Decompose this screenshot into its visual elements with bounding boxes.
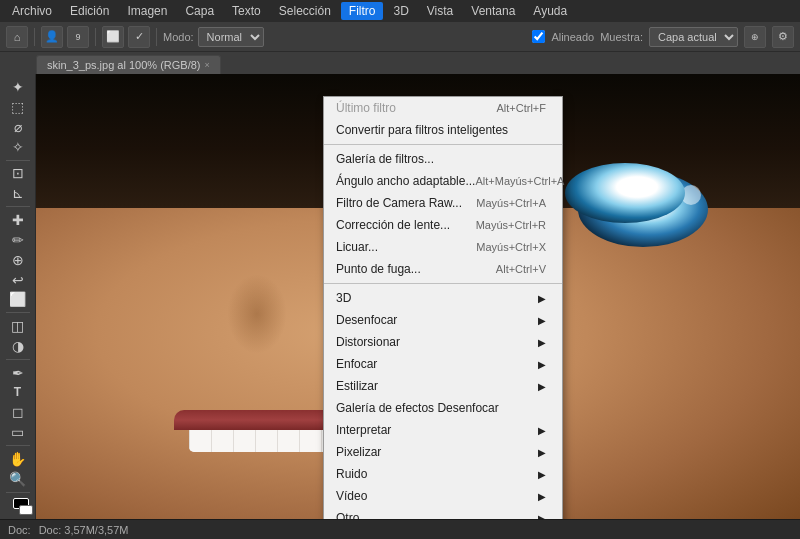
correccion-shortcut: Mayús+Ctrl+R (476, 219, 546, 231)
settings-btn[interactable]: ⚙ (772, 26, 794, 48)
alineado-checkbox[interactable] (532, 30, 545, 43)
heal-tool[interactable]: ✚ (4, 211, 32, 229)
document-tab[interactable]: skin_3_ps.jpg al 100% (RGB/8) × (36, 55, 221, 74)
home-btn[interactable]: ⌂ (6, 26, 28, 48)
menu-ventana[interactable]: Ventana (463, 2, 523, 20)
select-tool[interactable]: ⬚ (4, 98, 32, 116)
menu-filtro[interactable]: Filtro (341, 2, 384, 20)
canvas-area: Último filtro Alt+Ctrl+F Convertir para … (36, 74, 800, 519)
punto-fuga-shortcut: Alt+Ctrl+V (496, 263, 546, 275)
video-label: Vídeo (336, 489, 367, 503)
status-doc-size: Doc: 3,57M/3,57M (39, 524, 129, 536)
menu-capa[interactable]: Capa (177, 2, 222, 20)
tab-label: skin_3_ps.jpg al 100% (RGB/8) (47, 59, 200, 71)
tab-close[interactable]: × (204, 60, 209, 70)
menu-distorsionar[interactable]: Distorsionar ▶ (324, 331, 562, 353)
menu-texto[interactable]: Texto (224, 2, 269, 20)
menu-vista[interactable]: Vista (419, 2, 461, 20)
desenfocar-arrow: ▶ (538, 315, 546, 326)
menu-camera-raw[interactable]: Filtro de Camera Raw... Mayús+Ctrl+A (324, 192, 562, 214)
enfocar-label: Enfocar (336, 357, 377, 371)
licuar-label: Licuar... (336, 240, 378, 254)
ultimo-filtro-label: Último filtro (336, 101, 396, 115)
clone-tool[interactable]: ⊕ (4, 251, 32, 269)
menu-pixelizar[interactable]: Pixelizar ▶ (324, 441, 562, 463)
muestra-label: Muestra: (600, 31, 643, 43)
menu-galeria-efectos[interactable]: Galería de efectos Desenfocar (324, 397, 562, 419)
menu-desenfocar[interactable]: Desenfocar ▶ (324, 309, 562, 331)
menu-convertir[interactable]: Convertir para filtros inteligentes (324, 119, 562, 141)
menu-ultimo-filtro[interactable]: Último filtro Alt+Ctrl+F (324, 97, 562, 119)
pixelizar-label: Pixelizar (336, 445, 381, 459)
eyedropper-tool[interactable]: ⊾ (4, 184, 32, 202)
crop-tool[interactable]: ⊡ (4, 164, 32, 182)
menu-otro[interactable]: Otro ▶ (324, 507, 562, 519)
status-doc-label: Doc: (8, 524, 31, 536)
video-arrow: ▶ (538, 491, 546, 502)
history-brush-tool[interactable]: ↩ (4, 271, 32, 289)
main-area: ✦ ⬚ ⌀ ✧ ⊡ ⊾ ✚ ✏ ⊕ ↩ ⬜ ◫ ◑ ✒ T ◻ ▭ ✋ 🔍 (0, 74, 800, 519)
menu-estilizar[interactable]: Estilizar ▶ (324, 375, 562, 397)
menu-sep-2 (324, 283, 562, 284)
enfocar-arrow: ▶ (538, 359, 546, 370)
type-tool[interactable]: T (4, 383, 32, 401)
zoom-tool[interactable]: 🔍 (4, 470, 32, 488)
lasso-tool[interactable]: ⌀ (4, 118, 32, 136)
mode-select[interactable]: Normal (198, 27, 264, 47)
ruido-arrow: ▶ (538, 469, 546, 480)
eraser-tool[interactable]: ⬜ (4, 291, 32, 309)
menu-3d[interactable]: 3D (385, 2, 416, 20)
menu-edicion[interactable]: Edición (62, 2, 117, 20)
dodge-tool[interactable]: ◑ (4, 337, 32, 355)
menu-licuar[interactable]: Licuar... Mayús+Ctrl+X (324, 236, 562, 258)
shape-tool[interactable]: ▭ (4, 423, 32, 441)
tool-sep-1 (6, 160, 30, 161)
menu-interpretar[interactable]: Interpretar ▶ (324, 419, 562, 441)
path-tool[interactable]: ◻ (4, 403, 32, 421)
menu-seleccion[interactable]: Selección (271, 2, 339, 20)
convertir-label: Convertir para filtros inteligentes (336, 123, 508, 137)
estilizar-label: Estilizar (336, 379, 378, 393)
pen-tool[interactable]: ✒ (4, 364, 32, 382)
menu-ruido[interactable]: Ruido ▶ (324, 463, 562, 485)
menu-sep-1 (324, 144, 562, 145)
menu-ayuda[interactable]: Ayuda (525, 2, 575, 20)
angulo-label: Ángulo ancho adaptable... (336, 174, 475, 188)
bg-color[interactable] (19, 505, 33, 515)
menu-bar: Archivo Edición Imagen Capa Texto Selecc… (0, 0, 800, 22)
galeria-label: Galería de filtros... (336, 152, 434, 166)
brush-btn[interactable]: ⬜ (102, 26, 124, 48)
filter-menu: Último filtro Alt+Ctrl+F Convertir para … (323, 96, 563, 519)
status-bar: Doc: Doc: 3,57M/3,57M (0, 519, 800, 539)
tools-panel: ✦ ⬚ ⌀ ✧ ⊡ ⊾ ✚ ✏ ⊕ ↩ ⬜ ◫ ◑ ✒ T ◻ ▭ ✋ 🔍 (0, 74, 36, 519)
hand-tool[interactable]: ✋ (4, 450, 32, 468)
menu-3d[interactable]: 3D ▶ (324, 287, 562, 309)
ruido-label: Ruido (336, 467, 367, 481)
cloud-btn[interactable]: 9 (67, 26, 89, 48)
otro-arrow: ▶ (538, 513, 546, 520)
3d-arrow: ▶ (538, 293, 546, 304)
tool-sep-5 (6, 445, 30, 446)
menu-imagen[interactable]: Imagen (119, 2, 175, 20)
magic-wand-tool[interactable]: ✧ (4, 138, 32, 156)
sample-btn[interactable]: ⊕ (744, 26, 766, 48)
user-btn[interactable]: 👤 (41, 26, 63, 48)
muestra-select[interactable]: Capa actual (649, 27, 738, 47)
brush-tool[interactable]: ✏ (4, 231, 32, 249)
tab-bar: skin_3_ps.jpg al 100% (RGB/8) × (0, 52, 800, 74)
licuar-shortcut: Mayús+Ctrl+X (476, 241, 546, 253)
camera-raw-label: Filtro de Camera Raw... (336, 196, 462, 210)
menu-correccion[interactable]: Corrección de lente... Mayús+Ctrl+R (324, 214, 562, 236)
menu-enfocar[interactable]: Enfocar ▶ (324, 353, 562, 375)
menu-video[interactable]: Vídeo ▶ (324, 485, 562, 507)
menu-angulo[interactable]: Ángulo ancho adaptable... Alt+Mayús+Ctrl… (324, 170, 562, 192)
gradient-tool[interactable]: ◫ (4, 317, 32, 335)
menu-punto-fuga[interactable]: Punto de fuga... Alt+Ctrl+V (324, 258, 562, 280)
menu-galeria[interactable]: Galería de filtros... (324, 148, 562, 170)
otro-label: Otro (336, 511, 359, 519)
check-btn[interactable]: ✓ (128, 26, 150, 48)
move-tool[interactable]: ✦ (4, 78, 32, 96)
interpretar-arrow: ▶ (538, 425, 546, 436)
menu-archivo[interactable]: Archivo (4, 2, 60, 20)
toolbar-sep-2 (95, 28, 96, 46)
